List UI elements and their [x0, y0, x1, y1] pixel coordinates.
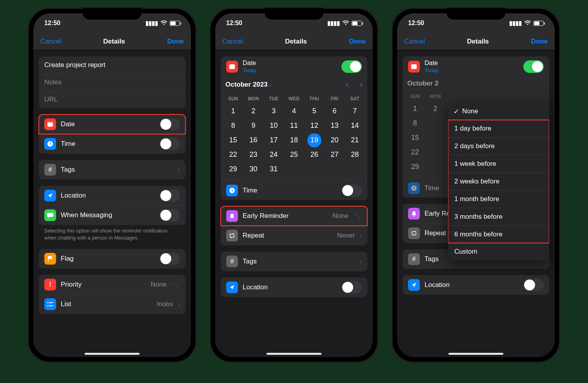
calendar-day[interactable]: 2	[425, 102, 446, 116]
menu-item[interactable]: 1 month before	[448, 190, 549, 208]
time-label: Time	[243, 187, 337, 194]
time-toggle[interactable]	[341, 184, 362, 197]
calendar-day[interactable]: 5	[304, 104, 325, 118]
notes-field[interactable]: Notes	[39, 74, 185, 91]
calendar-day[interactable]: 20	[325, 133, 345, 147]
date-label: Date	[61, 120, 155, 128]
date-toggle[interactable]	[341, 60, 362, 73]
menu-item[interactable]: 1 day before	[448, 120, 549, 137]
flag-toggle[interactable]	[160, 252, 180, 265]
location-row[interactable]: Location	[403, 275, 549, 295]
location-toggle[interactable]	[523, 279, 544, 291]
calendar-day[interactable]: 23	[243, 147, 264, 162]
calendar-day[interactable]: 22	[405, 145, 425, 160]
calendar-day[interactable]: 29	[223, 162, 243, 176]
calendar-day[interactable]: 18	[284, 133, 304, 147]
calendar-day[interactable]: 4	[284, 104, 304, 118]
flag-row[interactable]: Flag	[39, 249, 185, 269]
messaging-toggle[interactable]	[160, 209, 180, 221]
calendar-day[interactable]: 21	[345, 133, 365, 147]
tags-row[interactable]: # Tags ›	[39, 160, 185, 180]
messaging-row[interactable]: When Messaging	[39, 205, 185, 225]
cancel-button[interactable]: Cancel	[40, 38, 61, 45]
time-row[interactable]: Time	[221, 180, 367, 200]
menu-item[interactable]: None	[448, 103, 549, 120]
priority-label: Priority	[61, 281, 146, 289]
battery-icon: 57	[352, 21, 362, 26]
date-toggle[interactable]	[523, 60, 544, 73]
title-field[interactable]: Create project report	[39, 56, 185, 74]
calendar-day[interactable]: 16	[243, 133, 264, 147]
month-year-label: October 2023	[225, 81, 268, 89]
calendar-day[interactable]: 12	[304, 118, 325, 133]
calendar-day[interactable]: 7	[345, 104, 365, 118]
repeat-icon	[408, 227, 420, 239]
calendar-day[interactable]: 6	[325, 104, 345, 118]
calendar-day[interactable]: 1	[223, 104, 243, 118]
done-button[interactable]: Done	[167, 38, 184, 45]
calendar-day[interactable]: 22	[223, 147, 243, 162]
priority-icon: !	[44, 279, 56, 290]
calendar-day[interactable]: 8	[223, 118, 243, 133]
calendar-day[interactable]: 9	[243, 118, 264, 133]
calendar-day[interactable]: 3	[263, 104, 284, 118]
calendar-day[interactable]: 25	[284, 147, 304, 162]
menu-item[interactable]: 2 days before	[448, 137, 549, 155]
menu-item[interactable]: 1 week before	[448, 155, 549, 172]
early-reminder-row[interactable]: Early Reminder None ⌃⌄	[221, 206, 367, 226]
time-toggle[interactable]	[160, 138, 180, 150]
month-year-button[interactable]: October 2023 ›	[225, 81, 271, 89]
time-row[interactable]: Time	[39, 134, 185, 154]
messaging-label: When Messaging	[61, 211, 155, 219]
early-reminder-menu[interactable]: None1 day before2 days before1 week befo…	[448, 103, 549, 260]
calendar-day[interactable]: 24	[263, 147, 284, 162]
prev-month-button[interactable]: ‹	[346, 80, 348, 90]
home-indicator[interactable]	[448, 353, 503, 355]
chevron-right-icon: ›	[178, 166, 180, 174]
calendar-day[interactable]: 29	[405, 160, 425, 174]
calendar-day[interactable]: 1	[405, 102, 425, 116]
done-button[interactable]: Done	[531, 38, 548, 45]
menu-item[interactable]: 2 weeks before	[448, 172, 549, 190]
location-row[interactable]: Location	[221, 278, 367, 297]
list-row[interactable]: List Inobx ›	[39, 294, 185, 314]
calendar-day[interactable]: 31	[263, 162, 284, 176]
tags-row[interactable]: # Tags ›	[221, 252, 367, 271]
date-row[interactable]: Date Today	[403, 56, 549, 76]
date-row[interactable]: Date Today	[221, 56, 367, 76]
cancel-button[interactable]: Cancel	[222, 38, 243, 45]
date-row[interactable]: Date	[39, 114, 185, 134]
calendar-day[interactable]: 27	[325, 147, 345, 162]
calendar-day[interactable]: 28	[345, 147, 365, 162]
calendar-day[interactable]: 14	[345, 118, 365, 133]
calendar-day[interactable]: 10	[263, 118, 284, 133]
calendar-day[interactable]: 15	[405, 131, 425, 145]
home-indicator[interactable]	[85, 353, 140, 355]
menu-item[interactable]: 3 months before	[448, 208, 549, 225]
calendar-day[interactable]: 8	[405, 116, 425, 131]
calendar-day[interactable]: 11	[284, 118, 304, 133]
priority-row[interactable]: ! Priority None ⌃⌄	[39, 275, 185, 294]
calendar-day[interactable]: 26	[304, 147, 325, 162]
location-row[interactable]: Location	[39, 186, 185, 205]
date-toggle[interactable]	[160, 118, 180, 131]
calendar-day[interactable]: 15	[223, 133, 243, 147]
menu-item[interactable]: Custom	[448, 243, 549, 260]
url-field[interactable]: URL	[39, 91, 185, 108]
location-toggle[interactable]	[341, 281, 362, 294]
cancel-button[interactable]: Cancel	[404, 38, 425, 45]
notch	[446, 8, 505, 20]
dow-label: MON	[243, 94, 264, 104]
menu-item[interactable]: 6 months before	[448, 225, 549, 243]
calendar-day[interactable]: 17	[263, 133, 284, 147]
calendar-day[interactable]: 19	[304, 133, 325, 147]
next-month-button[interactable]: ›	[360, 80, 363, 90]
calendar-day[interactable]: 30	[243, 162, 264, 176]
notes-placeholder: Notes	[44, 78, 62, 86]
calendar-day[interactable]: 2	[243, 104, 264, 118]
location-toggle[interactable]	[160, 189, 180, 202]
home-indicator[interactable]	[267, 353, 321, 355]
calendar-day[interactable]: 13	[325, 118, 345, 133]
repeat-row[interactable]: Repeat Never ›	[221, 226, 367, 245]
done-button[interactable]: Done	[349, 38, 366, 45]
